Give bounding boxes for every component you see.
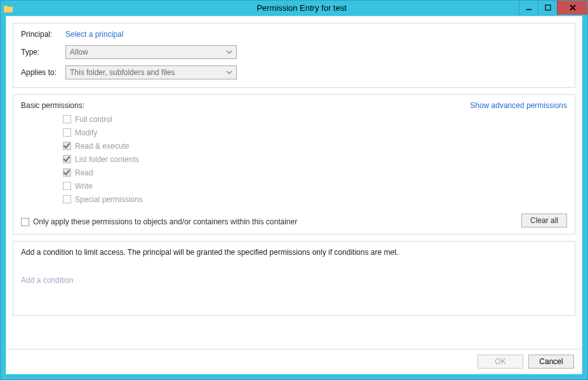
- cancel-button[interactable]: Cancel: [528, 355, 574, 369]
- permission-checkbox: [63, 195, 71, 203]
- minimize-button[interactable]: [519, 1, 538, 15]
- permission-item: Special permissions: [63, 193, 567, 206]
- permission-item: Read & execute: [63, 139, 567, 153]
- chevron-down-icon: [225, 68, 234, 77]
- permission-label: Write: [75, 182, 93, 191]
- applies-to-select[interactable]: This folder, subfolders and files: [65, 65, 237, 79]
- condition-description: Add a condition to limit access. The pri…: [21, 248, 567, 257]
- permissions-panel: Basic permissions: Show advanced permiss…: [13, 94, 575, 234]
- permission-checkbox: [63, 128, 71, 137]
- svg-rect-1: [545, 5, 551, 10]
- client-area: Principal: Select a principal Type: Allo…: [6, 16, 582, 374]
- applies-to-label: Applies to:: [21, 68, 65, 77]
- show-advanced-permissions-link[interactable]: Show advanced permissions: [470, 101, 567, 110]
- window-buttons: [519, 1, 587, 15]
- only-apply-checkbox[interactable]: [21, 218, 29, 226]
- permission-checkbox: [63, 168, 71, 177]
- chevron-down-icon: [225, 48, 234, 57]
- permission-entry-window: Permission Entry for test Principal: Sel…: [0, 0, 588, 380]
- permission-label: List folder contents: [75, 155, 139, 164]
- type-select[interactable]: Allow: [65, 45, 237, 59]
- principal-label: Principal:: [21, 30, 65, 39]
- permission-checkbox: [63, 155, 71, 163]
- permission-label: Read: [75, 168, 93, 177]
- permission-checkbox: [63, 142, 71, 150]
- permission-item: Read: [63, 166, 567, 179]
- type-select-value: Allow: [70, 48, 88, 57]
- clear-all-button[interactable]: Clear all: [521, 214, 567, 227]
- select-principal-link[interactable]: Select a principal: [65, 30, 123, 39]
- permission-item: Modify: [63, 126, 567, 139]
- condition-panel: Add a condition to limit access. The pri…: [13, 241, 575, 316]
- titlebar: Permission Entry for test: [1, 1, 587, 16]
- dialog-footer: OK Cancel: [6, 349, 582, 374]
- applies-to-select-value: This folder, subfolders and files: [70, 68, 175, 77]
- only-apply-label: Only apply these permissions to objects …: [33, 217, 297, 226]
- permission-item: Write: [63, 179, 567, 193]
- permissions-list: Full controlModifyRead & executeList fol…: [21, 112, 567, 206]
- principal-panel: Principal: Select a principal Type: Allo…: [13, 23, 575, 88]
- permission-checkbox: [63, 182, 71, 190]
- type-label: Type:: [21, 48, 65, 57]
- folder-icon: [1, 1, 16, 16]
- svg-rect-0: [526, 9, 531, 10]
- add-condition-link[interactable]: Add a condition: [21, 276, 567, 285]
- permission-item: List folder contents: [63, 153, 567, 166]
- content-area: Principal: Select a principal Type: Allo…: [6, 17, 582, 349]
- permission-item: Full control: [63, 112, 567, 126]
- permission-checkbox: [63, 115, 71, 123]
- basic-permissions-heading: Basic permissions:: [21, 101, 84, 110]
- maximize-button[interactable]: [538, 1, 557, 15]
- permission-label: Read & execute: [75, 142, 129, 151]
- close-button[interactable]: [557, 1, 587, 15]
- permission-label: Full control: [75, 115, 112, 124]
- window-title: Permission Entry for test: [16, 1, 587, 16]
- permission-label: Special permissions: [75, 195, 143, 204]
- ok-button[interactable]: OK: [478, 355, 523, 369]
- permission-label: Modify: [75, 128, 97, 137]
